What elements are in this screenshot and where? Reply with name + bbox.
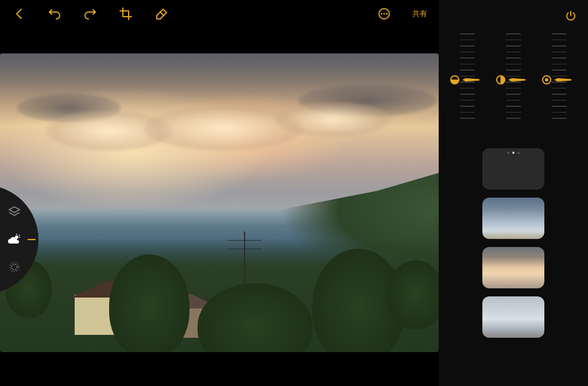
svg-line-8	[19, 235, 20, 236]
undo-button[interactable]	[47, 6, 62, 21]
svg-point-2	[381, 13, 382, 14]
preset-blue-sky[interactable]	[482, 198, 544, 239]
svg-point-3	[384, 13, 384, 14]
sky-preset-list	[439, 142, 588, 386]
sun-cloud-icon	[7, 233, 21, 246]
slider-handle-mark	[554, 78, 571, 82]
svg-point-4	[386, 13, 387, 14]
tool-time-dial[interactable]	[7, 260, 22, 275]
editor-canvas	[0, 28, 439, 386]
preset-dusk[interactable]	[482, 148, 544, 190]
exposure-slider[interactable]	[450, 33, 485, 131]
slider-handle-mark	[462, 78, 479, 82]
redo-icon	[84, 8, 96, 20]
contrast-slider[interactable]	[496, 33, 531, 131]
target-circle-icon	[541, 75, 552, 85]
slider-group	[439, 28, 588, 142]
dial-icon	[8, 261, 21, 273]
back-button[interactable]	[11, 6, 26, 21]
photo-preview[interactable]	[0, 53, 439, 352]
share-button[interactable]: 共有	[412, 9, 427, 19]
chevron-left-icon	[14, 8, 24, 20]
more-button[interactable]	[377, 6, 392, 21]
preset-overcast[interactable]	[482, 296, 544, 338]
erase-button[interactable]	[154, 6, 169, 21]
preset-page-indicator	[482, 152, 544, 154]
crop-button[interactable]	[118, 6, 133, 21]
slider-handle-mark	[508, 78, 525, 82]
svg-point-10	[11, 264, 17, 270]
photo-foreground-region	[0, 238, 439, 352]
crop-icon	[119, 7, 132, 20]
contrast-circle-icon	[496, 75, 506, 85]
svg-marker-5	[9, 207, 20, 213]
power-toggle[interactable]	[565, 10, 577, 24]
eraser-icon	[155, 7, 168, 20]
tool-sky-weather[interactable]	[7, 232, 22, 247]
more-circle-icon	[378, 7, 390, 20]
top-toolbar: 共有	[0, 0, 439, 28]
half-circle-icon	[450, 75, 460, 85]
svg-line-0	[160, 12, 164, 16]
svg-point-15	[546, 79, 548, 82]
side-panel	[439, 0, 588, 386]
warmth-slider[interactable]	[541, 33, 577, 131]
tool-adjust-layers[interactable]	[7, 204, 22, 219]
redo-button[interactable]	[83, 6, 98, 21]
preset-golden[interactable]	[482, 247, 544, 288]
power-icon	[565, 10, 577, 22]
layers-icon	[8, 206, 21, 218]
undo-icon	[48, 8, 61, 20]
